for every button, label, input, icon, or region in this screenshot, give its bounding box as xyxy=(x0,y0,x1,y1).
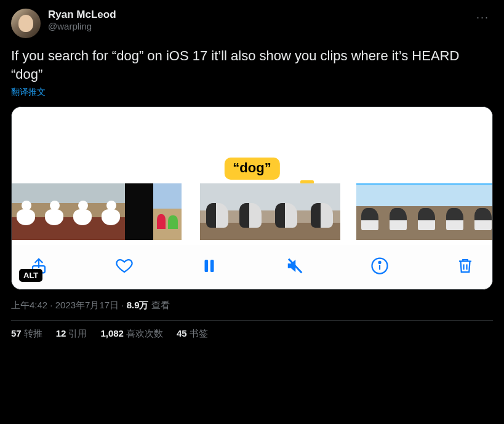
delete-button[interactable] xyxy=(454,255,476,277)
clip-thumbnail[interactable] xyxy=(68,183,97,240)
heart-icon xyxy=(115,257,134,275)
clip-thumbnail[interactable] xyxy=(153,183,182,240)
clip-thumbnail[interactable] xyxy=(40,183,68,240)
info-icon xyxy=(370,257,389,275)
tweet-stats: 57转推 12引用 1,082喜欢次数 45书签 xyxy=(11,328,493,340)
views-count: 8.9万 xyxy=(127,300,149,310)
trash-icon xyxy=(456,257,474,275)
handle: @warpling xyxy=(48,21,473,32)
display-name: Ryan McLeod xyxy=(48,9,473,21)
views-label: 查看 xyxy=(149,300,170,310)
tweet-text: If you search for “dog” on iOS 17 it’ll … xyxy=(11,47,493,83)
clip-thumbnail[interactable] xyxy=(441,183,470,240)
tweet-container: Ryan McLeod @warpling ··· If you search … xyxy=(0,0,504,347)
clip-timeline[interactable] xyxy=(12,183,492,245)
pause-icon xyxy=(200,257,218,275)
clip-group[interactable] xyxy=(356,183,492,240)
clip-thumbnail[interactable] xyxy=(470,183,492,240)
tweet-date[interactable]: 2023年7月17日 xyxy=(55,300,119,310)
more-button[interactable]: ··· xyxy=(473,9,493,26)
media-whitespace xyxy=(12,107,492,158)
clip-group[interactable] xyxy=(198,183,340,240)
caption-area: “dog” xyxy=(12,158,492,183)
clip-thumbnail[interactable] xyxy=(305,183,340,240)
clip-thumbnail[interactable] xyxy=(12,183,40,240)
svg-rect-2 xyxy=(210,260,214,272)
tweet-header: Ryan McLeod @warpling ··· xyxy=(11,9,493,38)
mute-icon xyxy=(286,257,304,275)
clip-thumbnail[interactable] xyxy=(97,183,125,240)
tweet-meta: 上午4:42 · 2023年7月17日 · 8.9万 查看 xyxy=(11,300,493,311)
author-names[interactable]: Ryan McLeod @warpling xyxy=(48,9,473,32)
translate-link[interactable]: 翻译推文 xyxy=(11,87,493,98)
clip-thumbnail[interactable] xyxy=(385,183,413,240)
clip-group[interactable] xyxy=(12,183,182,240)
clip-thumbnail[interactable] xyxy=(356,183,385,240)
like-button[interactable] xyxy=(113,255,135,277)
pause-button[interactable] xyxy=(198,255,220,277)
clip-thumbnail[interactable] xyxy=(125,183,153,240)
media-card[interactable]: “dog” xyxy=(11,106,493,290)
retweets-stat[interactable]: 57转推 xyxy=(11,328,42,340)
clip-thumbnail[interactable] xyxy=(198,183,233,240)
avatar[interactable] xyxy=(11,9,41,38)
tweet-time[interactable]: 上午4:42 xyxy=(11,300,47,310)
likes-stat[interactable]: 1,082喜欢次数 xyxy=(100,328,163,340)
clip-thumbnail[interactable] xyxy=(233,183,269,240)
quotes-stat[interactable]: 12引用 xyxy=(56,328,87,340)
media-toolbar xyxy=(12,245,492,289)
clip-thumbnail[interactable] xyxy=(413,183,441,240)
alt-badge[interactable]: ALT xyxy=(19,269,42,282)
clip-thumbnail[interactable] xyxy=(269,183,305,240)
info-button[interactable] xyxy=(369,255,391,277)
bookmarks-stat[interactable]: 45书签 xyxy=(177,328,208,340)
mute-button[interactable] xyxy=(284,255,306,277)
divider xyxy=(11,320,493,321)
svg-point-5 xyxy=(379,262,381,263)
svg-rect-1 xyxy=(205,260,209,272)
caption-tag: “dog” xyxy=(224,158,279,180)
